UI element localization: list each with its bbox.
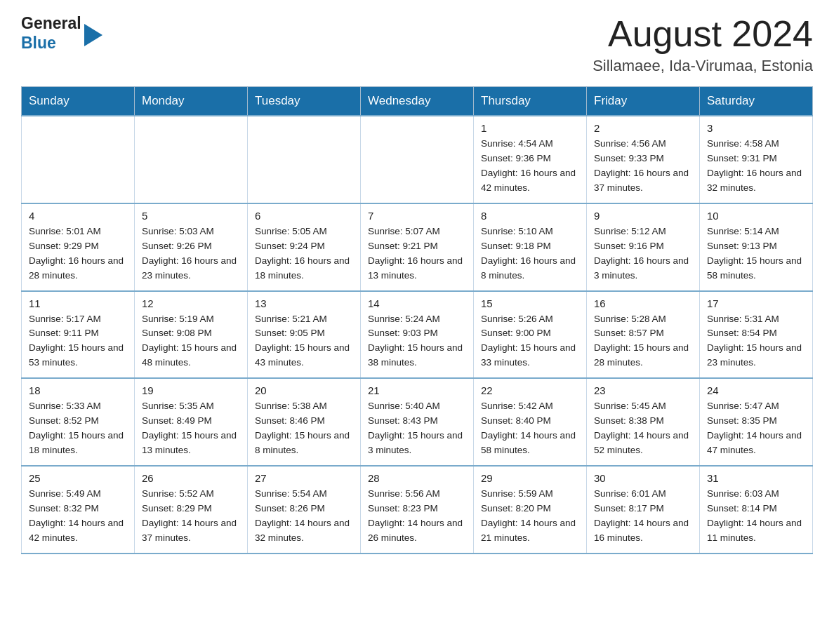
day-info: Sunrise: 5:03 AMSunset: 9:26 PMDaylight:…: [142, 224, 240, 283]
logo-general: General: [21, 14, 81, 34]
calendar-cell: 20Sunrise: 5:38 AMSunset: 8:46 PMDayligh…: [248, 378, 361, 466]
day-info: Sunrise: 6:03 AMSunset: 8:14 PMDaylight:…: [707, 487, 805, 546]
calendar-cell: 13Sunrise: 5:21 AMSunset: 9:05 PMDayligh…: [248, 291, 361, 379]
calendar-cell: 2Sunrise: 4:56 AMSunset: 9:33 PMDaylight…: [587, 116, 700, 203]
calendar-day-header: Tuesday: [248, 87, 361, 116]
calendar-cell: 4Sunrise: 5:01 AMSunset: 9:29 PMDaylight…: [22, 203, 135, 291]
day-number: 10: [707, 210, 805, 222]
day-info: Sunrise: 5:28 AMSunset: 8:57 PMDaylight:…: [594, 312, 692, 371]
day-info: Sunrise: 5:26 AMSunset: 9:00 PMDaylight:…: [481, 312, 579, 371]
calendar-table: SundayMondayTuesdayWednesdayThursdayFrid…: [21, 86, 813, 554]
calendar-cell: 23Sunrise: 5:45 AMSunset: 8:38 PMDayligh…: [587, 378, 700, 466]
day-number: 8: [481, 210, 579, 222]
calendar-cell: 8Sunrise: 5:10 AMSunset: 9:18 PMDaylight…: [474, 203, 587, 291]
day-number: 3: [707, 122, 805, 134]
page-header: General Blue August 2024 Sillamaee, Ida-…: [21, 14, 813, 75]
day-info: Sunrise: 5:33 AMSunset: 8:52 PMDaylight:…: [29, 399, 127, 458]
calendar-cell: 18Sunrise: 5:33 AMSunset: 8:52 PMDayligh…: [22, 378, 135, 466]
day-number: 19: [142, 384, 240, 396]
main-title: August 2024: [593, 14, 813, 54]
day-info: Sunrise: 5:31 AMSunset: 8:54 PMDaylight:…: [707, 312, 805, 371]
day-info: Sunrise: 4:54 AMSunset: 9:36 PMDaylight:…: [481, 137, 579, 196]
day-number: 4: [29, 210, 127, 222]
day-number: 20: [255, 384, 353, 396]
day-info: Sunrise: 5:35 AMSunset: 8:49 PMDaylight:…: [142, 399, 240, 458]
calendar-cell: 12Sunrise: 5:19 AMSunset: 9:08 PMDayligh…: [135, 291, 248, 379]
day-number: 25: [29, 472, 127, 484]
day-info: Sunrise: 5:42 AMSunset: 8:40 PMDaylight:…: [481, 399, 579, 458]
title-section: August 2024 Sillamaee, Ida-Virumaa, Esto…: [593, 14, 813, 75]
calendar-cell: 25Sunrise: 5:49 AMSunset: 8:32 PMDayligh…: [22, 466, 135, 554]
calendar-week-row: 18Sunrise: 5:33 AMSunset: 8:52 PMDayligh…: [22, 378, 813, 466]
calendar-cell: 29Sunrise: 5:59 AMSunset: 8:20 PMDayligh…: [474, 466, 587, 554]
day-info: Sunrise: 5:10 AMSunset: 9:18 PMDaylight:…: [481, 224, 579, 283]
day-info: Sunrise: 6:01 AMSunset: 8:17 PMDaylight:…: [594, 487, 692, 546]
day-number: 6: [255, 210, 353, 222]
day-number: 21: [368, 384, 466, 396]
day-info: Sunrise: 5:21 AMSunset: 9:05 PMDaylight:…: [255, 312, 353, 371]
day-info: Sunrise: 4:58 AMSunset: 9:31 PMDaylight:…: [707, 137, 805, 196]
day-number: 5: [142, 210, 240, 222]
calendar-cell: 19Sunrise: 5:35 AMSunset: 8:49 PMDayligh…: [135, 378, 248, 466]
day-number: 15: [481, 297, 579, 309]
logo-blue: Blue: [21, 34, 81, 53]
day-number: 24: [707, 384, 805, 396]
calendar-cell: 21Sunrise: 5:40 AMSunset: 8:43 PMDayligh…: [361, 378, 474, 466]
calendar-day-header: Monday: [135, 87, 248, 116]
day-number: 30: [594, 472, 692, 484]
day-number: 22: [481, 384, 579, 396]
day-info: Sunrise: 5:05 AMSunset: 9:24 PMDaylight:…: [255, 224, 353, 283]
day-number: 1: [481, 122, 579, 134]
day-number: 23: [594, 384, 692, 396]
day-number: 11: [29, 297, 127, 309]
calendar-week-row: 25Sunrise: 5:49 AMSunset: 8:32 PMDayligh…: [22, 466, 813, 554]
calendar-cell: [248, 116, 361, 203]
calendar-cell: 5Sunrise: 5:03 AMSunset: 9:26 PMDaylight…: [135, 203, 248, 291]
day-info: Sunrise: 5:52 AMSunset: 8:29 PMDaylight:…: [142, 487, 240, 546]
day-number: 17: [707, 297, 805, 309]
calendar-cell: 7Sunrise: 5:07 AMSunset: 9:21 PMDaylight…: [361, 203, 474, 291]
day-number: 27: [255, 472, 353, 484]
calendar-week-row: 11Sunrise: 5:17 AMSunset: 9:11 PMDayligh…: [22, 291, 813, 379]
day-info: Sunrise: 5:17 AMSunset: 9:11 PMDaylight:…: [29, 312, 127, 371]
calendar-cell: [135, 116, 248, 203]
day-number: 29: [481, 472, 579, 484]
day-info: Sunrise: 5:01 AMSunset: 9:29 PMDaylight:…: [29, 224, 127, 283]
day-number: 16: [594, 297, 692, 309]
calendar-cell: 28Sunrise: 5:56 AMSunset: 8:23 PMDayligh…: [361, 466, 474, 554]
calendar-cell: 26Sunrise: 5:52 AMSunset: 8:29 PMDayligh…: [135, 466, 248, 554]
day-number: 7: [368, 210, 466, 222]
calendar-cell: [22, 116, 135, 203]
day-info: Sunrise: 5:14 AMSunset: 9:13 PMDaylight:…: [707, 224, 805, 283]
day-number: 18: [29, 384, 127, 396]
day-number: 9: [594, 210, 692, 222]
calendar-day-header: Friday: [587, 87, 700, 116]
day-info: Sunrise: 5:40 AMSunset: 8:43 PMDaylight:…: [368, 399, 466, 458]
calendar-cell: 27Sunrise: 5:54 AMSunset: 8:26 PMDayligh…: [248, 466, 361, 554]
day-number: 28: [368, 472, 466, 484]
day-number: 31: [707, 472, 805, 484]
calendar-cell: 11Sunrise: 5:17 AMSunset: 9:11 PMDayligh…: [22, 291, 135, 379]
calendar-header-row: SundayMondayTuesdayWednesdayThursdayFrid…: [22, 87, 813, 116]
day-number: 2: [594, 122, 692, 134]
day-number: 14: [368, 297, 466, 309]
calendar-cell: 6Sunrise: 5:05 AMSunset: 9:24 PMDaylight…: [248, 203, 361, 291]
calendar-cell: 30Sunrise: 6:01 AMSunset: 8:17 PMDayligh…: [587, 466, 700, 554]
day-info: Sunrise: 5:54 AMSunset: 8:26 PMDaylight:…: [255, 487, 353, 546]
day-info: Sunrise: 5:24 AMSunset: 9:03 PMDaylight:…: [368, 312, 466, 371]
calendar-week-row: 1Sunrise: 4:54 AMSunset: 9:36 PMDaylight…: [22, 116, 813, 203]
day-info: Sunrise: 5:19 AMSunset: 9:08 PMDaylight:…: [142, 312, 240, 371]
calendar-cell: 22Sunrise: 5:42 AMSunset: 8:40 PMDayligh…: [474, 378, 587, 466]
calendar-day-header: Sunday: [22, 87, 135, 116]
calendar-cell: 16Sunrise: 5:28 AMSunset: 8:57 PMDayligh…: [587, 291, 700, 379]
logo: General Blue: [21, 14, 102, 53]
calendar-cell: 15Sunrise: 5:26 AMSunset: 9:00 PMDayligh…: [474, 291, 587, 379]
calendar-day-header: Thursday: [474, 87, 587, 116]
day-info: Sunrise: 5:49 AMSunset: 8:32 PMDaylight:…: [29, 487, 127, 546]
day-number: 26: [142, 472, 240, 484]
day-info: Sunrise: 5:59 AMSunset: 8:20 PMDaylight:…: [481, 487, 579, 546]
calendar-day-header: Saturday: [700, 87, 813, 116]
day-info: Sunrise: 5:07 AMSunset: 9:21 PMDaylight:…: [368, 224, 466, 283]
calendar-cell: 3Sunrise: 4:58 AMSunset: 9:31 PMDaylight…: [700, 116, 813, 203]
day-info: Sunrise: 4:56 AMSunset: 9:33 PMDaylight:…: [594, 137, 692, 196]
